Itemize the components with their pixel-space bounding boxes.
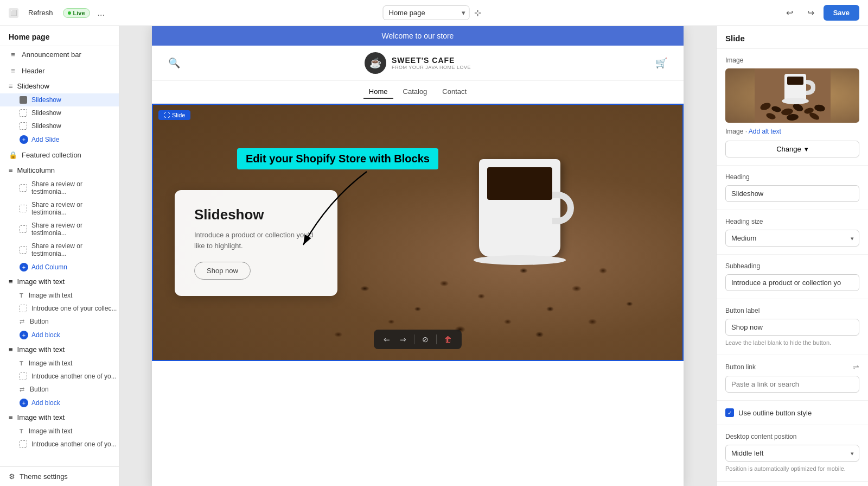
it2-img-type: T (20, 360, 23, 367)
heading-size-label: Heading size (725, 218, 859, 225)
sidebar-item-announcement-bar[interactable]: ≡ Announcement bar (0, 46, 119, 62)
slideshow-group-label: Slideshow (17, 82, 49, 90)
undo-button[interactable]: ↩ (781, 5, 798, 21)
nav-catalog[interactable]: Catalog (398, 85, 433, 99)
sidebar-child-slideshow-2[interactable]: Slideshow (0, 106, 119, 119)
add-column-button[interactable]: + Add Column (0, 260, 119, 274)
sidebar-child-it3-intro[interactable]: Introduce another one of yo... (0, 438, 119, 451)
toolbar-move-right-button[interactable]: ⇒ (395, 333, 411, 346)
subheading-input[interactable] (725, 274, 859, 291)
add-slide-label: Add Slide (31, 136, 59, 143)
sidebar-child-col-4[interactable]: Share a review or testimonia... (0, 239, 119, 260)
cart-button[interactable]: 🛒 (655, 57, 667, 69)
it1-intro-icon (20, 305, 27, 312)
desktop-position-label: Desktop content position (725, 433, 859, 440)
heading-size-select[interactable]: Small Medium Large Extra large (725, 230, 859, 247)
change-btn-label: Change (776, 145, 801, 153)
theme-settings-button[interactable]: ⚙ Theme settings (0, 466, 119, 486)
add-block-1-icon: + (20, 331, 28, 339)
right-panel-image-section: Image (717, 49, 868, 166)
page-select-wrap: Home page About Contact (383, 5, 470, 20)
sidebar-item-header[interactable]: ≡ Header (0, 62, 119, 79)
redo-button[interactable]: ↪ (802, 5, 819, 21)
change-image-button[interactable]: Change ▾ (725, 141, 859, 157)
svg-rect-12 (787, 77, 803, 85)
sidebar-child-it2-intro[interactable]: Introduce another one of yo... (0, 370, 119, 383)
nav-home[interactable]: Home (363, 85, 393, 99)
theme-settings-label: Theme settings (20, 472, 68, 481)
multicolumn-label: Multicolumn (17, 166, 55, 174)
toolbar-delete-button[interactable]: 🗑 (440, 333, 456, 346)
image-label: Image (725, 56, 859, 64)
button-link-input[interactable] (725, 376, 859, 393)
it3-img-label: Image with text (29, 427, 73, 435)
slide-content-card: Slideshow Introduce a product or collect… (175, 190, 337, 296)
toolbar-unlink-button[interactable]: ⊘ (418, 333, 433, 346)
sidebar-child-it1-img[interactable]: T Image with text (0, 289, 119, 302)
col-3-label: Share a review or testimonia... (31, 222, 119, 237)
live-badge: Live (63, 8, 90, 18)
sidebar-child-it2-img[interactable]: T Image with text (0, 357, 119, 370)
col-2-icon (20, 205, 27, 212)
sidebar-group-slideshow[interactable]: ≡ Slideshow (0, 79, 119, 93)
add-block-2-label: Add block (31, 399, 60, 407)
featured-collection-label: Featured collection (22, 151, 110, 159)
desktop-position-select[interactable]: Top left Top center Top right Middle lef… (725, 445, 859, 462)
add-block-1-button[interactable]: + Add block (0, 328, 119, 342)
add-block-2-button[interactable]: + Add block (0, 396, 119, 410)
it2-img-label: Image with text (29, 359, 73, 367)
theme-settings-icon: ⚙ (9, 472, 15, 481)
toolbar-move-left-button[interactable]: ⇐ (379, 333, 394, 346)
add-block-2-icon: + (20, 399, 28, 407)
sidebar-group-image-text-3[interactable]: ≡ Image with text (0, 410, 119, 425)
sidebar-group-image-text-1[interactable]: ≡ Image with text (0, 274, 119, 289)
right-panel-button-link-section: Button link ⇌ (717, 355, 868, 401)
slideshow-hero-wrapper[interactable]: ⛶ Slide Slideshow Introduce a product or… (152, 104, 684, 361)
right-panel-show-container-section: Show container on desktop (717, 482, 868, 486)
slideshow-3-icon (20, 122, 27, 130)
refresh-button[interactable]: Refresh (24, 7, 58, 19)
it3-intro-icon (20, 440, 27, 448)
sidebar-child-slideshow-1[interactable]: Slideshow (0, 93, 119, 106)
sidebar-child-col-1[interactable]: Share a review or testimonia... (0, 178, 119, 198)
slide-heading: Slideshow (194, 206, 318, 223)
main-layout: Home page ≡ Announcement bar ≡ Header ≡ … (0, 26, 868, 486)
add-alt-text-link[interactable]: Add alt text (749, 128, 781, 135)
search-button[interactable]: 🔍 (168, 57, 180, 69)
sidebar-group-multicolumn[interactable]: ≡ Multicolumn (0, 163, 119, 178)
save-button[interactable]: Save (824, 5, 859, 21)
button-label-label: Button label (725, 307, 859, 314)
thumbnail-svg (755, 68, 831, 123)
sidebar-child-col-3[interactable]: Share a review or testimonia... (0, 219, 119, 239)
image-text-3-group-icon: ≡ (9, 413, 13, 421)
store-tagline: FROM YOUR JAVA HOME LOVE (392, 65, 471, 70)
sidebar-child-it1-btn[interactable]: ⇄ Button (0, 315, 119, 328)
announcement-bar-icon: ≡ (9, 50, 17, 59)
heading-input[interactable] (725, 185, 859, 202)
slideshow-2-label: Slideshow (31, 109, 61, 117)
slide-subheading: Introduce a product or collection you'd … (194, 230, 318, 251)
button-label-input[interactable] (725, 319, 859, 336)
nav-contact[interactable]: Contact (437, 85, 472, 99)
sidebar-child-it2-btn[interactable]: ⇄ Button (0, 383, 119, 396)
sidebar-child-it3-img[interactable]: T Image with text (0, 425, 119, 438)
image-text-1-label: Image with text (17, 277, 65, 286)
more-options-button[interactable]: ... (95, 6, 107, 20)
button-link-header: Button link ⇌ (725, 363, 859, 371)
store-name: SWEET'S CAFE (392, 56, 471, 65)
slide-shop-button[interactable]: Shop now (194, 262, 251, 280)
outline-checkbox[interactable] (725, 408, 734, 417)
it2-btn-type: ⇄ (20, 386, 24, 393)
slideshow-hero[interactable]: ⛶ Slide Slideshow Introduce a product or… (153, 105, 682, 360)
sidebar-child-it1-intro[interactable]: Introduce one of your collec... (0, 302, 119, 315)
add-slide-button[interactable]: + Add Slide (0, 132, 119, 147)
left-sidebar: Home page ≡ Announcement bar ≡ Header ≡ … (0, 26, 119, 486)
sidebar-item-featured-collection[interactable]: 🔒 Featured collection (0, 147, 119, 163)
sidebar-child-col-2[interactable]: Share a review or testimonia... (0, 198, 119, 219)
sidebar-group-image-text-2[interactable]: ≡ Image with text (0, 342, 119, 357)
page-select[interactable]: Home page About Contact (383, 5, 470, 20)
device-preview-button[interactable]: ⊹ (470, 5, 486, 20)
col-4-label: Share a review or testimonia... (31, 242, 119, 257)
right-panel-outline-section: Use outline button style (717, 401, 868, 425)
sidebar-child-slideshow-3[interactable]: Slideshow (0, 119, 119, 132)
